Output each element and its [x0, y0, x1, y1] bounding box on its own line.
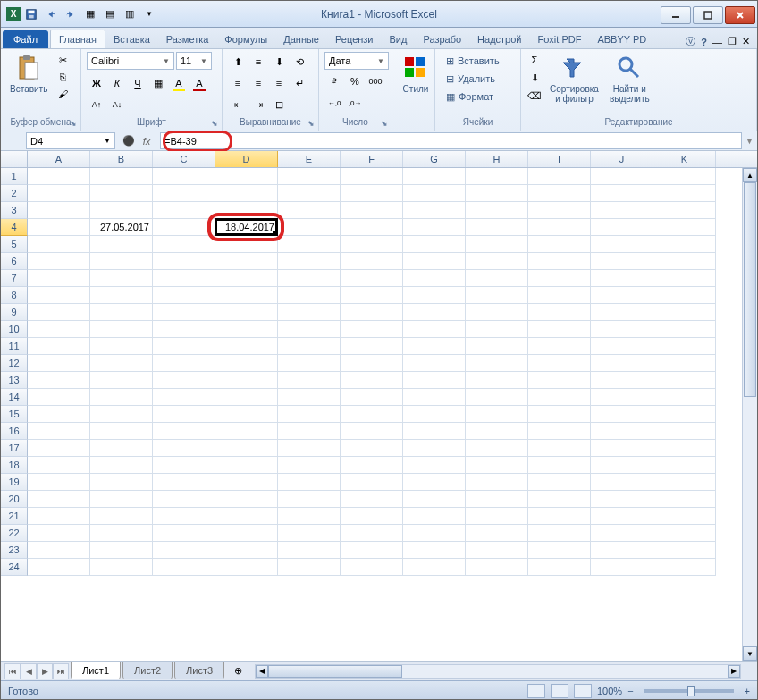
row-header-11[interactable]: 11 — [1, 338, 28, 355]
cell-G24[interactable] — [403, 559, 466, 576]
cell-F3[interactable] — [341, 202, 403, 219]
insert-cells-button[interactable]: ⊞Вставить — [441, 52, 505, 70]
cell-F16[interactable] — [341, 423, 403, 440]
cell-A10[interactable] — [28, 321, 90, 338]
qat-dropdown[interactable]: ▼ — [140, 5, 158, 23]
cell-J16[interactable] — [591, 423, 653, 440]
cell-G20[interactable] — [403, 491, 466, 508]
cell-K14[interactable] — [653, 389, 716, 406]
autosum-button[interactable]: Σ — [526, 52, 543, 68]
hscroll-thumb[interactable] — [268, 665, 402, 678]
row-header-2[interactable]: 2 — [1, 185, 28, 202]
percent-button[interactable]: % — [345, 72, 365, 91]
cell-D6[interactable] — [215, 253, 278, 270]
cell-J7[interactable] — [591, 270, 653, 287]
cell-B21[interactable] — [90, 508, 153, 525]
cell-B10[interactable] — [90, 321, 153, 338]
cell-H21[interactable] — [466, 508, 528, 525]
cell-J6[interactable] — [591, 253, 653, 270]
close-button[interactable] — [725, 6, 755, 24]
cell-G21[interactable] — [403, 508, 466, 525]
cell-E1[interactable] — [278, 168, 341, 185]
cell-B13[interactable] — [90, 372, 153, 389]
cell-J2[interactable] — [591, 185, 653, 202]
cell-G16[interactable] — [403, 423, 466, 440]
row-header-14[interactable]: 14 — [1, 389, 28, 406]
cell-C13[interactable] — [153, 372, 215, 389]
cell-J10[interactable] — [591, 321, 653, 338]
cell-J11[interactable] — [591, 338, 653, 355]
cell-I20[interactable] — [528, 491, 591, 508]
cell-J4[interactable] — [591, 219, 653, 236]
cell-J21[interactable] — [591, 508, 653, 525]
cell-I4[interactable] — [528, 219, 591, 236]
cell-B6[interactable] — [90, 253, 153, 270]
cell-C2[interactable] — [153, 185, 215, 202]
cell-F11[interactable] — [341, 338, 403, 355]
cell-C17[interactable] — [153, 440, 215, 457]
cell-D10[interactable] — [215, 321, 278, 338]
cell-E20[interactable] — [278, 491, 341, 508]
cell-K2[interactable] — [653, 185, 716, 202]
cell-I2[interactable] — [528, 185, 591, 202]
underline-button[interactable]: Ч — [128, 73, 147, 93]
cell-A13[interactable] — [28, 372, 90, 389]
vertical-scrollbar[interactable]: ▲ ▼ — [742, 168, 757, 661]
row-header-22[interactable]: 22 — [1, 525, 28, 542]
cell-B2[interactable] — [90, 185, 153, 202]
cell-C3[interactable] — [153, 202, 215, 219]
cell-H15[interactable] — [466, 406, 528, 423]
cell-H17[interactable] — [466, 440, 528, 457]
cell-J22[interactable] — [591, 525, 653, 542]
cell-J17[interactable] — [591, 440, 653, 457]
col-header-K[interactable]: K — [653, 151, 716, 167]
cell-J18[interactable] — [591, 457, 653, 474]
copy-button[interactable]: ⎘ — [55, 69, 71, 85]
col-header-F[interactable]: F — [341, 151, 403, 167]
wrap-text-button[interactable]: ↵ — [290, 73, 309, 93]
font-name-combo[interactable]: Calibri▼ — [87, 52, 174, 70]
new-sheet-button[interactable]: ⊕ — [228, 663, 248, 679]
cell-F5[interactable] — [341, 236, 403, 253]
col-header-C[interactable]: C — [153, 151, 215, 167]
cell-F17[interactable] — [341, 440, 403, 457]
cells-area[interactable]: 27.05.201718.04.2017 — [28, 168, 757, 661]
cell-D11[interactable] — [215, 338, 278, 355]
cell-E8[interactable] — [278, 287, 341, 304]
cell-I3[interactable] — [528, 202, 591, 219]
cell-B19[interactable] — [90, 474, 153, 491]
bold-button[interactable]: Ж — [87, 73, 106, 93]
tab-formulas[interactable]: Формулы — [216, 30, 275, 48]
cell-G17[interactable] — [403, 440, 466, 457]
cell-K20[interactable] — [653, 491, 716, 508]
cell-G13[interactable] — [403, 372, 466, 389]
cell-I5[interactable] — [528, 236, 591, 253]
cell-F20[interactable] — [341, 491, 403, 508]
cell-H7[interactable] — [466, 270, 528, 287]
cell-K17[interactable] — [653, 440, 716, 457]
cell-G8[interactable] — [403, 287, 466, 304]
cell-G12[interactable] — [403, 355, 466, 372]
cell-J20[interactable] — [591, 491, 653, 508]
cell-G23[interactable] — [403, 542, 466, 559]
cell-E13[interactable] — [278, 372, 341, 389]
cell-B15[interactable] — [90, 406, 153, 423]
cell-B14[interactable] — [90, 389, 153, 406]
col-header-E[interactable]: E — [278, 151, 341, 167]
view-pagebreak-button[interactable] — [574, 684, 592, 698]
cell-E19[interactable] — [278, 474, 341, 491]
shrink-font-button[interactable]: A↓ — [107, 95, 127, 114]
cell-D3[interactable] — [215, 202, 278, 219]
clipboard-launcher[interactable]: ⬊ — [68, 118, 79, 129]
qat-more-2[interactable]: ▤ — [101, 5, 119, 23]
row-header-23[interactable]: 23 — [1, 542, 28, 559]
cell-A18[interactable] — [28, 457, 90, 474]
cell-E14[interactable] — [278, 389, 341, 406]
cell-F24[interactable] — [341, 559, 403, 576]
cell-H12[interactable] — [466, 355, 528, 372]
cell-J8[interactable] — [591, 287, 653, 304]
cell-A1[interactable] — [28, 168, 90, 185]
cell-E21[interactable] — [278, 508, 341, 525]
cell-A22[interactable] — [28, 525, 90, 542]
cell-A11[interactable] — [28, 338, 90, 355]
